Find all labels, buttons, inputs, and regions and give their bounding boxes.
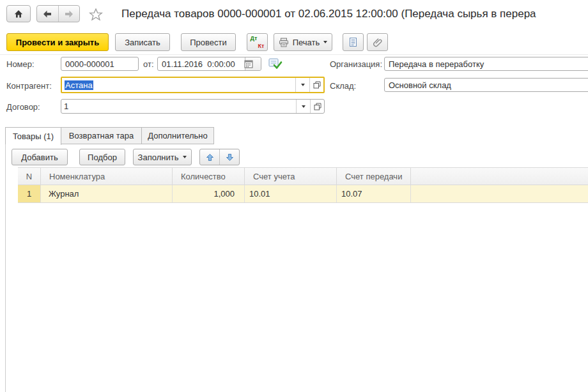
chevron-down-icon bbox=[301, 84, 305, 86]
cell-n[interactable]: 1 bbox=[18, 185, 41, 202]
tab-additional[interactable]: Дополнительно bbox=[141, 127, 214, 144]
col-header-account: Счет учета bbox=[245, 168, 337, 185]
forward-icon bbox=[64, 10, 74, 19]
document-window: Передача товаров 0000-000001 от 02.06.20… bbox=[0, 0, 588, 392]
cell-account[interactable]: 10.01 bbox=[245, 185, 337, 202]
post-and-close-button[interactable]: Провести и закрыть bbox=[6, 33, 109, 51]
number-input[interactable]: 0000-000001 bbox=[61, 57, 139, 71]
home-button[interactable] bbox=[6, 5, 31, 22]
cell-quantity[interactable]: 1,000 bbox=[173, 185, 245, 202]
report-icon bbox=[348, 37, 358, 47]
warehouse-input[interactable]: Основной склад bbox=[384, 78, 588, 92]
items-table: N Номенклатура Количество Счет учета Сче… bbox=[18, 167, 588, 203]
date-label: от: bbox=[143, 57, 154, 72]
table-row[interactable]: 1 Журнал 1,000 10.01 10.07 bbox=[18, 185, 588, 203]
posted-status-icon bbox=[268, 57, 283, 70]
favorite-star-icon[interactable] bbox=[88, 6, 104, 23]
calendar-button[interactable] bbox=[245, 57, 261, 70]
contract-combo[interactable]: 1 bbox=[61, 99, 325, 114]
printer-icon bbox=[279, 38, 289, 47]
arrow-up-icon bbox=[206, 153, 214, 162]
counterparty-combo[interactable]: Астана bbox=[61, 77, 325, 93]
contract-dropdown-button[interactable] bbox=[296, 100, 310, 113]
move-up-button[interactable] bbox=[200, 149, 219, 165]
col-header-quantity: Количество bbox=[173, 168, 245, 185]
cell-empty[interactable] bbox=[411, 185, 588, 202]
print-button[interactable]: Печать bbox=[274, 33, 332, 51]
open-icon bbox=[314, 103, 321, 110]
document-report-button[interactable] bbox=[343, 33, 364, 51]
contract-open-button[interactable] bbox=[310, 100, 324, 113]
page-title: Передача товаров 0000-000001 от 02.06.20… bbox=[121, 6, 588, 22]
cell-nomenclature[interactable]: Журнал bbox=[41, 185, 173, 202]
col-header-transfer-account: Счет передачи bbox=[337, 168, 411, 185]
attachments-button[interactable] bbox=[367, 33, 388, 51]
organization-label: Организация: bbox=[330, 57, 382, 72]
panel-left-border bbox=[5, 144, 6, 392]
move-down-button[interactable] bbox=[219, 149, 239, 165]
col-header-n: N bbox=[18, 168, 41, 185]
chevron-down-icon bbox=[183, 156, 187, 158]
move-buttons-group bbox=[199, 149, 240, 165]
post-button[interactable]: Провести bbox=[181, 33, 236, 51]
chevron-down-icon bbox=[323, 41, 327, 43]
counterparty-label: Контрагент: bbox=[6, 79, 52, 93]
counterparty-open-button[interactable] bbox=[309, 78, 323, 92]
history-nav-group bbox=[36, 5, 80, 22]
table-header-row: N Номенклатура Количество Счет учета Сче… bbox=[18, 167, 588, 185]
number-label: Номер: bbox=[6, 57, 35, 72]
arrow-down-icon bbox=[226, 153, 234, 162]
date-input[interactable]: 01.11.2016 0:00:00 bbox=[157, 57, 261, 71]
add-button[interactable]: Добавить bbox=[12, 149, 68, 165]
home-icon bbox=[13, 9, 24, 19]
back-button[interactable] bbox=[37, 6, 58, 22]
back-icon bbox=[42, 10, 52, 19]
col-header-empty bbox=[411, 168, 588, 185]
forward-button[interactable] bbox=[58, 6, 80, 22]
open-icon bbox=[313, 81, 321, 89]
pick-button[interactable]: Подбор bbox=[79, 149, 125, 165]
paperclip-icon bbox=[373, 37, 382, 47]
col-header-nomenclature: Номенклатура bbox=[41, 168, 173, 185]
save-button[interactable]: Записать bbox=[115, 33, 170, 51]
chevron-down-icon bbox=[302, 105, 306, 108]
warehouse-label: Склад: bbox=[330, 79, 356, 93]
tab-goods[interactable]: Товары (1) bbox=[5, 127, 61, 145]
fill-button[interactable]: Заполнить bbox=[133, 149, 192, 165]
cell-transfer-account[interactable]: 10.07 bbox=[337, 185, 411, 202]
counterparty-dropdown-button[interactable] bbox=[295, 78, 309, 92]
toolbar-separator bbox=[0, 54, 588, 55]
tab-returnable-packaging[interactable]: Возвратная тара bbox=[61, 127, 142, 144]
contract-label: Договор: bbox=[6, 100, 40, 114]
counterparty-selected-text: Астана bbox=[65, 80, 93, 90]
organization-input[interactable]: Передача в переработку bbox=[384, 57, 588, 71]
